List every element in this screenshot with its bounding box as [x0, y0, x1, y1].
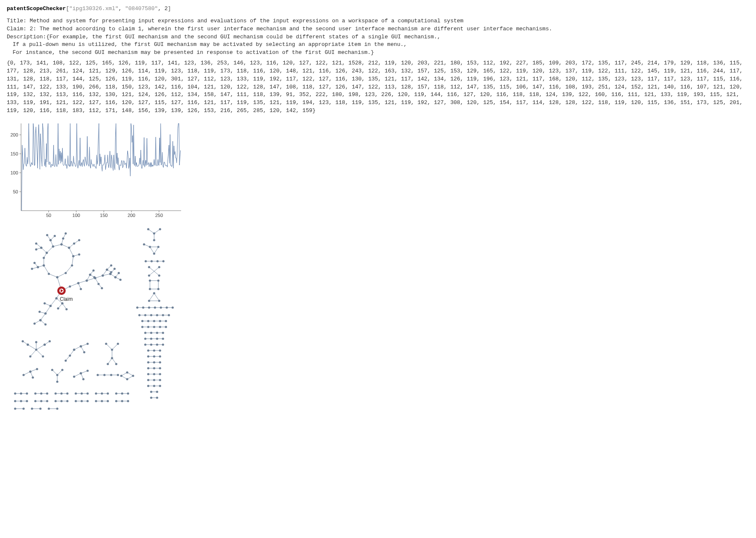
svg-point-206 — [36, 368, 38, 370]
svg-line-25 — [66, 265, 72, 273]
svg-point-304 — [31, 407, 33, 410]
svg-point-416 — [147, 349, 149, 351]
svg-point-288 — [80, 400, 83, 402]
svg-point-197 — [105, 343, 107, 345]
svg-line-192 — [112, 344, 118, 350]
svg-line-161 — [28, 345, 36, 350]
svg-point-381 — [153, 320, 155, 322]
svg-point-64 — [64, 232, 67, 234]
svg-line-347 — [154, 293, 159, 301]
svg-point-267 — [115, 392, 117, 394]
svg-point-328 — [150, 260, 152, 262]
svg-point-432 — [153, 367, 155, 369]
svg-point-418 — [159, 349, 161, 351]
svg-point-208 — [29, 370, 31, 372]
svg-point-185 — [83, 351, 85, 353]
svg-point-283 — [60, 400, 62, 402]
arg-1: "ipg130326.xml" — [69, 5, 118, 12]
desc-item-1: If a pull-down menu is utilized, the fir… — [7, 41, 749, 49]
svg-point-308 — [56, 407, 58, 410]
svg-point-148 — [65, 308, 67, 310]
svg-point-320 — [149, 246, 151, 248]
svg-point-41 — [43, 257, 45, 259]
svg-point-67 — [68, 246, 70, 249]
svg-line-345 — [149, 293, 154, 301]
svg-point-124 — [114, 276, 116, 278]
svg-point-380 — [147, 320, 149, 322]
svg-point-397 — [150, 332, 152, 334]
svg-point-454 — [156, 396, 158, 399]
svg-point-171 — [35, 341, 37, 343]
svg-point-77 — [31, 268, 33, 270]
svg-point-262 — [95, 392, 97, 394]
svg-point-273 — [20, 400, 22, 402]
svg-point-169 — [29, 355, 31, 357]
svg-point-315 — [153, 239, 155, 241]
svg-point-438 — [159, 373, 161, 375]
svg-point-431 — [147, 367, 149, 369]
svg-point-350 — [158, 300, 160, 302]
svg-point-88 — [69, 285, 71, 287]
svg-point-329 — [156, 260, 158, 262]
svg-point-335 — [148, 274, 150, 276]
svg-point-399 — [162, 332, 164, 334]
close-bracket: ] — [168, 5, 171, 12]
svg-point-427 — [153, 361, 155, 363]
svg-point-322 — [153, 252, 155, 254]
claim-line: Claim: 2: The method according to claim … — [7, 25, 749, 33]
data-list: {0, 173, 141, 108, 122, 125, 165, 126, 1… — [7, 59, 748, 115]
svg-point-221 — [86, 369, 88, 372]
svg-point-417 — [153, 349, 155, 351]
svg-point-116 — [106, 268, 108, 270]
svg-point-257 — [75, 392, 77, 394]
svg-point-423 — [159, 355, 161, 357]
svg-point-406 — [162, 337, 164, 340]
svg-point-228 — [96, 374, 99, 376]
svg-point-114 — [110, 264, 112, 266]
svg-point-230 — [110, 374, 112, 376]
svg-point-369 — [138, 314, 140, 316]
svg-point-238 — [126, 378, 128, 380]
svg-point-139 — [49, 305, 51, 307]
svg-point-297 — [115, 400, 117, 402]
svg-point-333 — [148, 266, 150, 268]
line-chart: 5010015020050100150200250 — [7, 121, 749, 220]
svg-point-413 — [162, 343, 164, 345]
svg-point-37 — [64, 272, 67, 274]
svg-point-298 — [121, 400, 123, 402]
svg-point-359 — [148, 306, 150, 308]
svg-line-28 — [44, 265, 49, 274]
svg-point-277 — [34, 400, 36, 402]
svg-point-58 — [49, 239, 51, 241]
svg-point-374 — [168, 314, 170, 316]
svg-point-313 — [147, 228, 149, 230]
svg-point-348 — [153, 292, 155, 294]
svg-line-178 — [74, 346, 81, 350]
svg-line-131 — [45, 306, 51, 313]
svg-point-371 — [150, 314, 152, 316]
svg-text:50: 50 — [46, 213, 51, 218]
svg-point-272 — [14, 400, 16, 402]
svg-point-196 — [111, 348, 113, 351]
svg-point-150 — [61, 302, 63, 304]
title-line: Title: Method and system for presenting … — [7, 17, 749, 25]
svg-point-370 — [144, 314, 146, 316]
svg-point-184 — [80, 345, 82, 347]
svg-point-254 — [66, 392, 68, 394]
svg-point-68 — [73, 242, 75, 244]
svg-point-361 — [160, 306, 162, 308]
svg-point-125 — [118, 272, 120, 274]
graph-plot: Claim — [7, 223, 749, 417]
svg-point-157 — [44, 323, 46, 325]
svg-point-443 — [159, 379, 161, 381]
svg-point-388 — [141, 326, 143, 328]
svg-point-236 — [126, 371, 128, 373]
svg-point-436 — [147, 373, 149, 375]
svg-point-336 — [158, 266, 160, 268]
svg-point-200 — [107, 363, 109, 365]
svg-point-253 — [60, 392, 62, 394]
svg-point-75 — [43, 264, 45, 266]
svg-line-317 — [154, 247, 158, 254]
svg-point-213 — [56, 374, 58, 376]
svg-point-154 — [33, 322, 35, 324]
